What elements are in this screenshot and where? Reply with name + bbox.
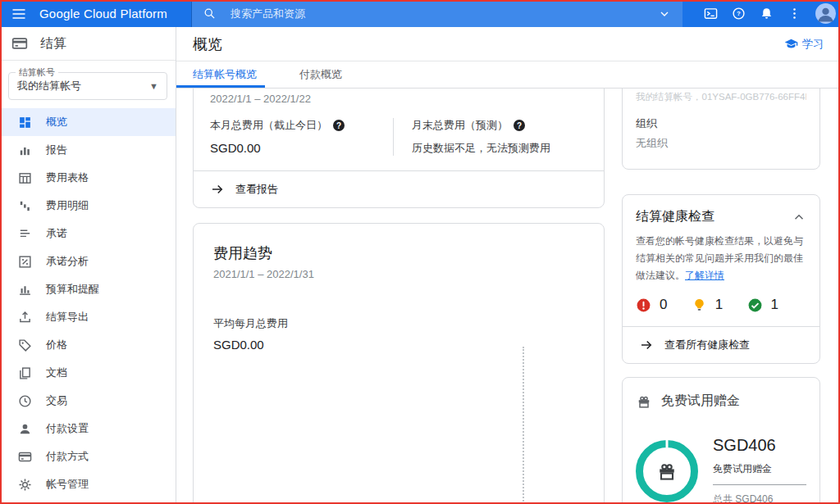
stat-value: 1: [771, 297, 778, 313]
billing-account-select[interactable]: 结算帐号 我的结算帐号 ▼: [8, 72, 167, 100]
forecast-note: 历史数据不足，无法预测费用: [412, 141, 604, 156]
sidebar-item-label: 费用明细: [46, 198, 89, 213]
forecast-cost-label: 月末总费用（预测）: [412, 118, 508, 133]
gear-icon: [18, 478, 32, 492]
left-column: 2022/1/1 – 2022/1/22 本月总费用（截止今日） ? SGD0.…: [193, 89, 605, 504]
arrow-right-icon: [210, 182, 225, 197]
billing-account-value: 我的结算帐号: [17, 79, 149, 93]
svg-text:?: ?: [737, 10, 741, 17]
clock-icon: [18, 394, 32, 408]
sidebar-item-gear[interactable]: 帐号管理: [0, 470, 176, 498]
credit-divider: [713, 484, 806, 485]
dashboard-icon: [18, 116, 32, 129]
product-title[interactable]: Google Cloud Platform: [39, 7, 167, 20]
notifications-icon[interactable]: [760, 7, 774, 20]
credit-card-title: 免费试用赠金: [661, 393, 740, 410]
sidebar-item-label: 帐号管理: [46, 477, 89, 492]
sidebar-menu: 概览报告费用表格费用明细承诺承诺分析预算和提醒结算导出价格文档交易付款设置付款方…: [0, 108, 176, 498]
sidebar-item-label: 价格: [46, 338, 67, 352]
health-card-title: 结算健康检查: [636, 208, 714, 225]
billing-account-card: 我的结算帐号，01YSAF-0GB776-66FF4B 组织 无组织: [622, 89, 820, 170]
gcp-billing-console: Google Cloud Platform 搜索产品和资源 ? 结算 结算帐号 …: [0, 0, 840, 504]
avatar[interactable]: [815, 3, 836, 24]
trend-date-range: 2021/1/1 – 2022/1/31: [213, 268, 584, 280]
table-icon: [18, 171, 32, 185]
health-stats: 011: [636, 297, 806, 313]
page-title: 概览: [193, 34, 222, 54]
help-icon[interactable]: ?: [514, 120, 525, 131]
learn-link[interactable]: 学习: [784, 37, 824, 52]
sidebar-item-label: 报告: [46, 143, 67, 157]
error-icon: [636, 297, 651, 313]
sidebar-item-label: 概览: [46, 115, 67, 129]
sidebar-item-label: 承诺分析: [46, 254, 89, 269]
credit-ring-chart: [636, 440, 698, 502]
avg-cost-label: 平均每月总费用: [213, 316, 584, 331]
hamburger-menu-icon[interactable]: [11, 6, 27, 22]
current-cost-block: 本月总费用（截止今日） ? SGD0.00: [194, 118, 393, 156]
tag-icon: [18, 338, 32, 352]
collapse-icon[interactable]: [792, 210, 806, 225]
search-input[interactable]: 搜索产品和资源: [231, 7, 658, 21]
bulb-icon: [692, 297, 707, 313]
sidebar-item-export[interactable]: 结算导出: [0, 303, 176, 331]
check-icon: [747, 297, 763, 313]
sidebar-item-label: 付款方式: [46, 449, 89, 464]
sidebar-item-label: 费用表格: [46, 170, 89, 185]
cloud-shell-icon[interactable]: [704, 7, 718, 20]
learn-more-link[interactable]: 了解详情: [685, 270, 724, 281]
payment-card-icon: [18, 450, 32, 464]
sidebar-item-label: 交易: [46, 393, 67, 408]
tab-payments-overview[interactable]: 付款概览: [290, 61, 352, 88]
docs-icon: [18, 366, 32, 380]
org-value: 无组织: [636, 136, 806, 151]
list-icon: [18, 227, 32, 241]
sidebar-item-percent[interactable]: 承诺分析: [0, 247, 176, 275]
sidebar-item-docs[interactable]: 文档: [0, 359, 176, 387]
sidebar-item-label: 付款设置: [46, 421, 89, 436]
billing-account-label: 结算帐号: [16, 66, 58, 79]
org-label: 组织: [636, 116, 806, 131]
help-icon[interactable]: ?: [333, 120, 345, 131]
sidebar-item-label: 结算导出: [46, 310, 89, 325]
waterfall-chart-icon: [18, 199, 32, 213]
view-report-link[interactable]: 查看报告: [194, 170, 604, 207]
gift-icon: [636, 393, 652, 410]
content-header: 概览 学习: [176, 27, 840, 61]
gift-icon: [655, 460, 678, 483]
sidebar-item-waterfall-chart[interactable]: 费用明细: [0, 192, 176, 220]
credit-amount: SGD406: [713, 436, 806, 455]
right-column: 我的结算帐号，01YSAF-0GB776-66FF4B 组织 无组织 结算健康检…: [622, 89, 820, 504]
tab-billing-account-overview[interactable]: 结算帐号概览: [176, 61, 265, 88]
view-health-checks-link[interactable]: 查看所有健康检查: [623, 326, 819, 363]
topbar-actions: ?: [704, 0, 836, 27]
tab-bar: 结算帐号概览付款概览: [176, 61, 840, 89]
sidebar-item-list[interactable]: 承诺: [0, 220, 176, 247]
sidebar-item-clock[interactable]: 交易: [0, 387, 176, 415]
sidebar-item-bar-chart[interactable]: 报告: [0, 136, 176, 164]
scroll-area[interactable]: 2022/1/1 – 2022/1/22 本月总费用（截止今日） ? SGD0.…: [176, 89, 840, 504]
help-icon[interactable]: ?: [732, 7, 746, 20]
search-icon: [203, 7, 216, 20]
sidebar-item-payment-card[interactable]: 付款方式: [0, 443, 176, 470]
error-stat: 0: [636, 297, 667, 313]
sidebar-item-dashboard[interactable]: 概览: [0, 108, 176, 136]
topbar: Google Cloud Platform 搜索产品和资源 ?: [0, 0, 840, 27]
dropdown-arrow-icon: ▼: [149, 81, 158, 91]
more-options-icon[interactable]: [788, 7, 801, 20]
cost-trend-card: 费用趋势 2021/1/1 – 2022/1/31 平均每月总费用 SGD0.0…: [193, 223, 605, 504]
sidebar-title: 结算: [40, 35, 66, 52]
graduation-cap-icon: [784, 37, 798, 51]
summary-date-range: 2022/1/1 – 2022/1/22: [194, 89, 604, 105]
forecast-cost-block: 月末总费用（预测） ? 历史数据不足，无法预测费用: [393, 118, 604, 156]
sidebar-item-label: 承诺: [46, 226, 67, 241]
search-bar[interactable]: 搜索产品和资源: [192, 0, 682, 27]
sidebar-item-person[interactable]: 付款设置: [0, 415, 176, 443]
billing-account-id: 我的结算帐号，01YSAF-0GB776-66FF4B: [636, 91, 806, 103]
check-stat: 1: [747, 297, 778, 313]
chevron-down-icon[interactable]: [658, 7, 671, 20]
bar-chart-icon: [18, 143, 32, 157]
sidebar-item-table[interactable]: 费用表格: [0, 164, 176, 192]
sidebar-item-budget-chart[interactable]: 预算和提醒: [0, 275, 176, 303]
sidebar-item-tag[interactable]: 价格: [0, 331, 176, 359]
